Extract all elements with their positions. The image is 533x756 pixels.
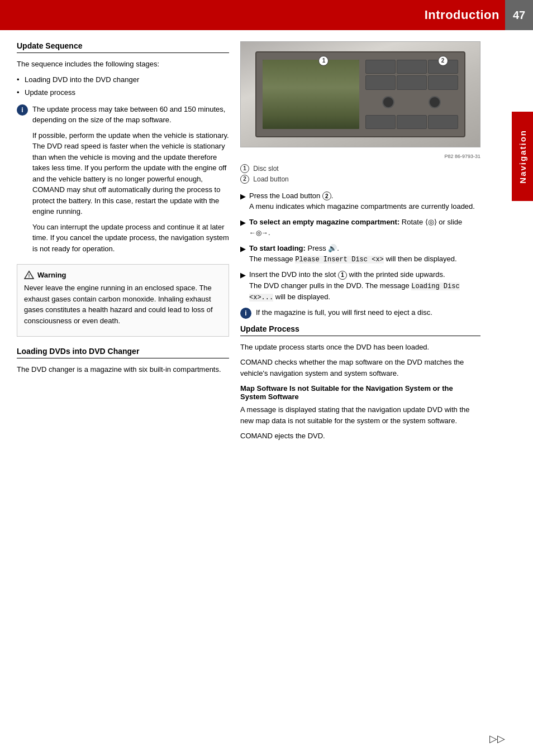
stereo-row-3 [365, 115, 458, 130]
info-icon-2: i [240, 308, 251, 319]
warning-title: ! Warning [24, 270, 222, 279]
device-image: 1 2 [240, 41, 480, 147]
warning-box: ! Warning Never leave the engine running… [17, 264, 229, 337]
bullet-item-1: Loading DVD into the DVD changer [17, 74, 229, 85]
section-heading-update-process: Update Process [240, 324, 480, 336]
left-column: Update Sequence The sequence includes th… [17, 41, 229, 446]
instruction-4: ▶ Insert the DVD into the slot 1 with th… [240, 269, 480, 303]
side-tab-label: Navigation [518, 130, 527, 184]
loading-dvds-text: The DVD changer is a magazine with six b… [17, 364, 229, 375]
main-content: Update Sequence The sequence includes th… [0, 30, 533, 457]
section-heading-update-sequence: Update Sequence [17, 41, 229, 53]
arrow-icon-4: ▶ [240, 270, 246, 303]
stereo-btn-9 [428, 115, 458, 130]
map-software-subheading: Map Software Is not Suitable for the Nav… [240, 384, 480, 401]
img-label-disc-slot: 1 Disc slot [240, 164, 480, 173]
update-sequence-bullets: Loading DVD into the DVD changer Update … [17, 74, 229, 98]
header-bar: Introduction [0, 0, 533, 30]
info-box-2: i If the magazine is full, you will firs… [240, 307, 480, 319]
instruction-2: ▶ To select an empty magazine compartmen… [240, 217, 480, 238]
instruction-4-text: Insert the DVD into the slot 1 with the … [249, 269, 480, 303]
warning-triangle-icon: ! [24, 270, 34, 279]
stereo-btn-4 [365, 75, 396, 90]
svg-text:!: ! [28, 273, 30, 279]
img-label-load-button: 2 Load button [240, 175, 480, 184]
bullet-item-2: Update process [17, 87, 229, 98]
circle-2-ref: 2 [322, 192, 331, 200]
stereo-btn-6 [428, 75, 458, 90]
stereo-unit: 1 2 [255, 51, 466, 137]
image-label-2: 2 [438, 56, 448, 66]
instruction-1-text: Press the Load button 2. A menu indicate… [249, 190, 480, 212]
instruction-3: ▶ To start loading: Press 🔊. The message… [240, 243, 480, 265]
page-number: 47 [505, 0, 533, 30]
circle-1-ref: 1 [338, 271, 347, 280]
section-heading-loading-dvds: Loading DVDs into DVD Changer [17, 347, 229, 358]
photo-caption: P82 86-9793-31 [240, 153, 480, 161]
stereo-screen [263, 60, 359, 129]
map-software-text1: A message is displayed stating that the … [240, 404, 480, 426]
header-title: Introduction [425, 8, 499, 22]
arrow-icon-2: ▶ [240, 217, 246, 238]
map-software-text2: COMAND ejects the DVD. [240, 430, 480, 442]
stereo-btn-5 [397, 75, 427, 90]
update-process-text2: COMAND checks whether the map software o… [240, 357, 480, 379]
info-text-2: If the magazine is full, you will first … [256, 307, 432, 319]
rotate-icon: ⟨◎⟩ [425, 218, 437, 226]
stereo-btn-8 [397, 115, 427, 130]
img-num-2: 2 [240, 175, 249, 184]
info-icon-1: i [17, 104, 28, 116]
side-tab: Navigation [512, 112, 533, 201]
instruction-2-text: To select an empty magazine compartment:… [249, 217, 480, 238]
info-text-1: The update process may take between 60 a… [32, 104, 229, 259]
stereo-controls [365, 60, 458, 129]
stereo-row-2 [365, 75, 458, 90]
warning-text: Never leave the engine running in an enc… [24, 283, 222, 326]
stereo-map-display [263, 60, 359, 129]
slide-icon: ←◎→ [249, 229, 268, 237]
info-box-1: i The update process may take between 60… [17, 104, 229, 259]
instruction-3-text: To start loading: Press 🔊. The message P… [249, 243, 480, 265]
stereo-btn-2 [397, 60, 427, 74]
instruction-1: ▶ Press the Load button 2. A menu indica… [240, 190, 480, 212]
right-column: 1 2 P82 86-9793-31 1 Disc slot 2 Load bu… [240, 41, 480, 446]
update-sequence-intro: The sequence includes the following stag… [17, 59, 229, 70]
stereo-knob-2 [429, 96, 441, 108]
stereo-knob-area [365, 92, 458, 113]
stereo-btn-1 [365, 60, 396, 74]
stereo-knob-1 [382, 96, 394, 108]
img-num-1: 1 [240, 164, 249, 173]
device-photo-bg: 1 2 [241, 42, 480, 147]
arrow-icon-3: ▶ [240, 243, 246, 265]
arrow-icon-1: ▶ [240, 191, 246, 212]
image-labels: 1 Disc slot 2 Load button [240, 164, 480, 184]
next-page-arrow: ▷▷ [489, 733, 505, 745]
update-process-text1: The update process starts once the DVD h… [240, 342, 480, 353]
stereo-btn-7 [365, 115, 396, 130]
